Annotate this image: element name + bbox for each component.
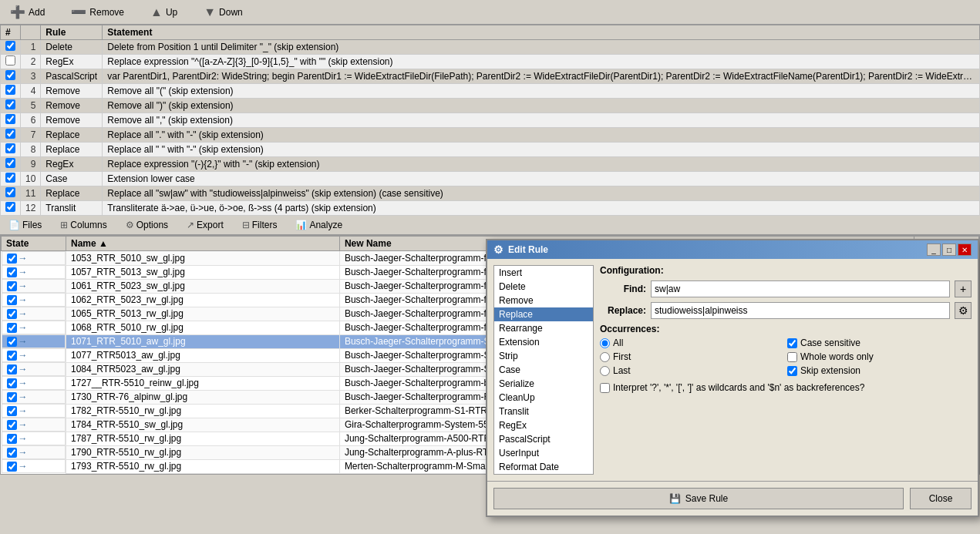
radio-first-label: First [613, 351, 631, 362]
rule-type-item[interactable]: Delete [494, 280, 593, 294]
rule-type-item[interactable]: PascalScript [494, 432, 593, 446]
close-button[interactable]: Close [910, 488, 972, 509]
dialog-overlay: ⚙ Edit Rule _ □ ✕ InsertDeleteRemoveRepl… [0, 0, 980, 532]
rule-type-item[interactable]: Case [494, 363, 593, 377]
radio-all-item: All [600, 338, 784, 348]
rule-type-item[interactable]: Insert [494, 266, 593, 280]
radio-last-label: Last [613, 365, 631, 376]
occurrences-section: Occurrences: All Case sensitive [600, 324, 972, 376]
radio-all[interactable] [600, 338, 610, 348]
cb-case-label: Case sensitive [800, 338, 860, 348]
close-label: Close [929, 493, 953, 504]
find-input[interactable] [651, 280, 950, 297]
dialog-body: InsertDeleteRemoveReplaceRearrangeExtens… [487, 259, 978, 481]
cb-whole-label: Whole words only [800, 351, 874, 362]
cb-skip-item: Skip extension [787, 365, 972, 376]
cb-whole-item: Whole words only [787, 351, 972, 362]
cb-case-item: Case sensitive [787, 338, 972, 348]
replace-add-button[interactable]: ⚙ [955, 302, 972, 319]
cb-case-sensitive[interactable] [787, 338, 797, 348]
dialog-title-icon: ⚙ [493, 243, 503, 256]
rule-type-list: InsertDeleteRemoveReplaceRearrangeExtens… [493, 265, 594, 475]
edit-rule-dialog: ⚙ Edit Rule _ □ ✕ InsertDeleteRemoveRepl… [486, 239, 979, 517]
rule-type-item[interactable]: Extension [494, 335, 593, 349]
dialog-title-text: Edit Rule [508, 244, 548, 255]
config-panel: Configuration: Find: + Replace: ⚙ Occurr… [600, 265, 972, 475]
cb-whole-words[interactable] [787, 352, 797, 362]
dialog-title-bar: ⚙ Edit Rule _ □ ✕ [487, 240, 978, 259]
find-row: Find: + [600, 280, 972, 297]
dialog-controls: _ □ ✕ [927, 243, 972, 256]
interpret-row: Interpret '?', '*', '[', ']' as wildcard… [600, 382, 972, 393]
cb-interpret-label: Interpret '?', '*', '[', ']' as wildcard… [613, 382, 864, 393]
cb-interpret[interactable] [600, 383, 610, 393]
rule-type-item[interactable]: Rearrange [494, 321, 593, 335]
radio-first-item: First [600, 351, 784, 362]
cb-skip-extension[interactable] [787, 366, 797, 376]
occurrences-grid: All Case sensitive First [600, 338, 972, 376]
radio-first[interactable] [600, 352, 610, 362]
rule-type-item[interactable]: Replace [494, 307, 593, 321]
config-label: Configuration: [600, 265, 972, 276]
rule-type-item[interactable]: CleanUp [494, 391, 593, 405]
rule-type-item[interactable]: Serialize [494, 377, 593, 391]
save-icon: 💾 [669, 493, 681, 504]
dialog-restore-button[interactable]: □ [942, 243, 956, 256]
rule-type-item[interactable]: Strip [494, 349, 593, 363]
dialog-minimize-button[interactable]: _ [927, 243, 941, 256]
rule-type-item[interactable]: RegEx [494, 418, 593, 432]
rule-type-item[interactable]: Translit [494, 405, 593, 418]
save-label: Save Rule [685, 493, 728, 504]
find-add-button[interactable]: + [955, 280, 972, 297]
find-label: Find: [600, 284, 646, 294]
replace-input[interactable] [651, 302, 950, 319]
radio-last[interactable] [600, 366, 610, 376]
dialog-title-left: ⚙ Edit Rule [493, 243, 548, 256]
rule-type-item[interactable]: Remove [494, 294, 593, 307]
replace-row: Replace: ⚙ [600, 302, 972, 319]
radio-all-label: All [613, 338, 623, 348]
save-rule-button[interactable]: 💾 Save Rule [493, 488, 904, 509]
dialog-close-button[interactable]: ✕ [958, 243, 972, 256]
rule-type-item[interactable]: UserInput [494, 446, 593, 460]
dialog-footer: 💾 Save Rule Close [487, 481, 978, 516]
occurrences-label: Occurrences: [600, 324, 972, 334]
rule-type-item[interactable]: Reformat Date [494, 460, 593, 474]
cb-skip-label: Skip extension [800, 365, 860, 376]
replace-label: Replace: [600, 305, 646, 316]
radio-last-item: Last [600, 365, 784, 376]
